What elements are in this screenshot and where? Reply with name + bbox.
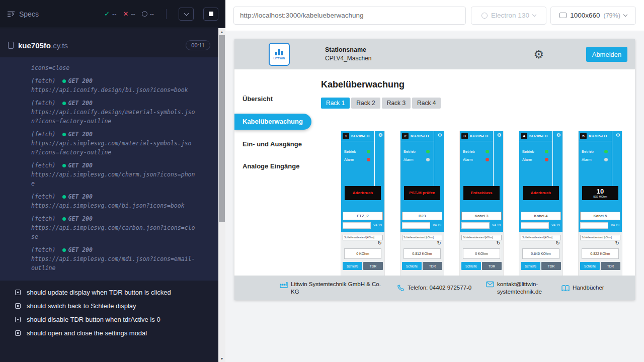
- tdr-button[interactable]: TDR: [423, 262, 442, 270]
- betrieb-row: Betrieb: [344, 149, 370, 154]
- card-gear-icon[interactable]: ⚙: [438, 133, 442, 138]
- log-fetch-entry[interactable]: (fetch)GET 200 https://api.simplesvg.com…: [31, 161, 208, 188]
- sidebar-item-analoge-eingaenge[interactable]: Analoge Eingänge: [234, 159, 312, 174]
- browser-select[interactable]: Electron 130: [471, 7, 546, 25]
- factory-icon: [280, 281, 288, 288]
- electron-icon: [481, 13, 488, 19]
- log-fetch-entry[interactable]: (fetch)GET 200 https://api.simplesvg.com…: [31, 214, 208, 241]
- test-item[interactable]: should disable TDR button when tdrActive…: [0, 313, 218, 326]
- measurement-panel: Schleifenwiderstand [kOhm] ↻ 0.645 KOhm …: [519, 232, 562, 280]
- test-pending-icon: [15, 303, 21, 309]
- betrieb-row: Betrieb: [404, 149, 430, 154]
- check-icon: ✓: [104, 10, 110, 18]
- footer-manuals[interactable]: Handbücher: [561, 284, 604, 292]
- test-pending-icon: [15, 330, 21, 336]
- measurement-panel: Schleifenwiderstand [kOhm] ↻ 0 KOhm Schl…: [341, 232, 384, 280]
- cypress-topbar: Specs ✓ -- ✕ -- --: [0, 0, 225, 28]
- blank-field: [402, 222, 430, 229]
- schleife-button[interactable]: Schleife: [521, 262, 540, 270]
- betrieb-led: [604, 150, 608, 153]
- logout-button[interactable]: Abmelden: [586, 47, 627, 62]
- log-line[interactable]: icons=close: [31, 63, 208, 72]
- tab-rack-2[interactable]: Rack 2: [351, 98, 380, 109]
- measurement-label: Schleifenwiderstand [kOhm]: [343, 235, 383, 240]
- tab-rack-1[interactable]: Rack 1: [321, 98, 350, 109]
- status-dot-icon: [62, 133, 66, 136]
- tdr-button[interactable]: TDR: [482, 262, 502, 270]
- viewport-select[interactable]: 1000x660 (79%): [550, 7, 636, 25]
- pending-circle-icon: [142, 11, 147, 17]
- schleife-button[interactable]: Schleife: [580, 262, 600, 270]
- spec-name: kue705fo.cy.ts: [18, 41, 68, 50]
- refresh-icon[interactable]: ↻: [556, 241, 560, 246]
- cable-name: Kabel 3: [461, 212, 502, 220]
- card-gear-icon[interactable]: ⚙: [616, 133, 620, 138]
- refresh-icon[interactable]: ↻: [378, 241, 382, 246]
- refresh-icon[interactable]: ↻: [497, 241, 501, 246]
- tab-rack-4[interactable]: Rack 4: [412, 98, 441, 109]
- betrieb-led: [426, 150, 430, 153]
- sidebar-item-ein-und-ausgaenge[interactable]: Ein- und Ausgänge: [234, 137, 312, 152]
- spec-header[interactable]: kue705fo.cy.ts 00:11: [0, 35, 218, 55]
- specs-menu-button[interactable]: Specs: [7, 10, 39, 18]
- test-item[interactable]: should update display when TDR button is…: [0, 286, 218, 299]
- stat-failed: ✕ --: [123, 10, 135, 18]
- schleife-button[interactable]: Schleife: [461, 262, 481, 270]
- scrollbar-thumb[interactable]: [219, 35, 225, 222]
- measurement-panel: Schleifenwiderstand [kOhm] ↻ 0.812 KOhm …: [400, 232, 444, 280]
- spec-timer: 00:11: [186, 40, 210, 50]
- measurement-panel: Schleifenwiderstand [kOhm] ↻ 0 KOhm Schl…: [460, 232, 503, 280]
- status-dot-icon: [62, 195, 66, 199]
- test-item[interactable]: should switch back to Schleife display: [0, 299, 218, 313]
- card-model: KÜ705-FO: [470, 134, 488, 138]
- log-fetch-entry[interactable]: (fetch)GET 200 https://api.simplesvg.com…: [31, 130, 208, 157]
- tdr-button[interactable]: TDR: [601, 262, 620, 270]
- firmware-version: V4.19: [433, 223, 441, 227]
- refresh-icon[interactable]: ↻: [437, 241, 441, 246]
- stop-button[interactable]: [203, 8, 218, 21]
- device-card-3: 3 KÜ705-FO ⚙ Betrieb Alarm: [460, 131, 503, 280]
- scroll-up-arrow[interactable]: ▲: [218, 28, 225, 35]
- firmware-version: V4.19: [551, 223, 560, 227]
- log-fetch-entry[interactable]: (fetch)GET 200 https://api.simplesvg.com…: [31, 245, 208, 273]
- alarm-row: Alarm: [344, 157, 370, 162]
- left-scrollbar[interactable]: ▲ ▼: [218, 28, 225, 362]
- logo-buildings-icon: [275, 49, 283, 55]
- stat-pending: --: [142, 11, 154, 18]
- app-viewport: LITTWIN Stationsname CPLV4_Maschen ⚙ Abm…: [234, 39, 635, 300]
- settings-gear-icon[interactable]: ⚙: [533, 49, 544, 60]
- card-gear-icon[interactable]: ⚙: [556, 133, 561, 138]
- betrieb-led: [367, 150, 370, 153]
- log-fetch-entry[interactable]: (fetch)GET 200 https://api.simplesvg.com…: [31, 192, 208, 210]
- firmware-version: V4.19: [611, 223, 619, 227]
- alarm-led: [604, 158, 608, 161]
- book-icon: [561, 285, 570, 292]
- card-gear-icon[interactable]: ⚙: [378, 133, 383, 138]
- firmware-version: V4.19: [492, 223, 501, 227]
- tdr-button[interactable]: TDR: [541, 262, 561, 270]
- divider: [166, 9, 167, 19]
- app-stage: LITTWIN Stationsname CPLV4_Maschen ⚙ Abm…: [225, 31, 644, 362]
- measurement-value: 0.812 KOhm: [404, 248, 441, 259]
- tdr-button[interactable]: TDR: [363, 262, 383, 270]
- test-item[interactable]: should open and close the settings modal: [0, 326, 218, 340]
- refresh-icon[interactable]: ↻: [615, 241, 619, 246]
- sidebar-item-kabelueberwachung[interactable]: Kabelüberwachung: [234, 114, 311, 130]
- status-display: Aderbruch: [523, 186, 559, 200]
- measurement-value: 0.645 KOhm: [522, 248, 559, 259]
- schleife-button[interactable]: Schleife: [343, 262, 362, 270]
- card-gear-icon[interactable]: ⚙: [497, 133, 502, 138]
- url-input[interactable]: http://localhost:3000/kabelueberwachung: [233, 7, 466, 25]
- schleife-button[interactable]: Schleife: [402, 262, 422, 270]
- alarm-led: [545, 158, 548, 161]
- scroll-down-arrow[interactable]: ▼: [218, 355, 225, 362]
- collapse-button[interactable]: [179, 8, 194, 21]
- footer-email[interactable]: kontakt@littwin-systemtechnik.de: [486, 281, 548, 296]
- log-fetch-entry[interactable]: (fetch)GET 200 https://api.iconify.desig…: [31, 76, 208, 95]
- phone-icon: [397, 285, 405, 292]
- tab-rack-3[interactable]: Rack 3: [382, 98, 411, 109]
- betrieb-row: Betrieb: [582, 149, 608, 154]
- card-model: KÜ705-FO: [589, 134, 607, 138]
- sidebar-item-uebersicht[interactable]: Übersicht: [234, 92, 312, 107]
- log-fetch-entry[interactable]: (fetch)GET 200 https://api.iconify.desig…: [31, 99, 208, 126]
